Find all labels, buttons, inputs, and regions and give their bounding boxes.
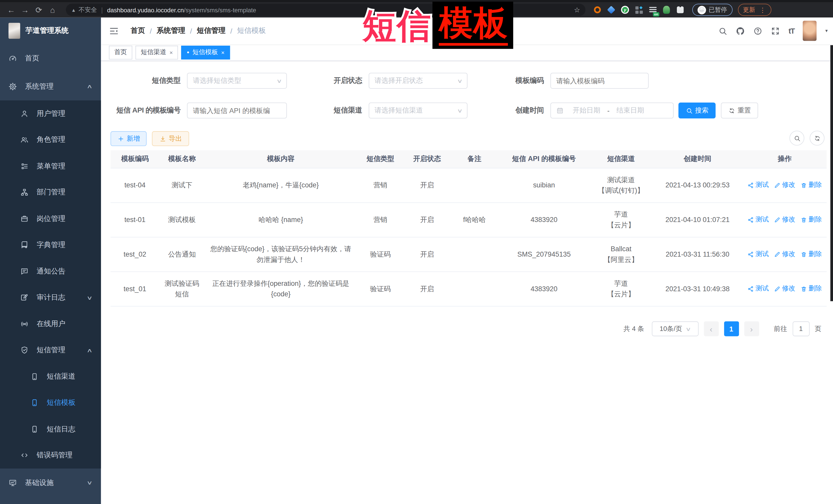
- extension-icon-adblock[interactable]: [593, 5, 602, 14]
- sidebar-item-roles[interactable]: 角色管理: [0, 127, 101, 153]
- date-end-placeholder[interactable]: 结束日期: [612, 105, 649, 115]
- sidebar-item-infrastructure[interactable]: 基础设施 ∨: [0, 469, 101, 497]
- breadcrumb-system[interactable]: 系统管理: [157, 26, 185, 35]
- cell-remark: f哈哈哈: [450, 215, 498, 225]
- delete-link[interactable]: 删除: [801, 180, 822, 190]
- tab-sms-template[interactable]: ● 短信模板 ×: [181, 45, 230, 59]
- extension-icon-switch[interactable]: on: [648, 5, 657, 14]
- delete-link[interactable]: 删除: [801, 284, 822, 294]
- app-logo[interactable]: 芋道管理系统: [0, 18, 101, 44]
- test-link[interactable]: 测试: [747, 249, 769, 259]
- extension-icon-yuque[interactable]: y: [620, 5, 629, 14]
- extension-icon-grid[interactable]: [634, 5, 643, 14]
- security-label[interactable]: 不安全: [79, 6, 97, 14]
- cell-channel: 芋道【云片】: [590, 209, 652, 231]
- test-link[interactable]: 测试: [747, 284, 769, 294]
- sidebar-item-announcements[interactable]: 通知公告: [0, 258, 101, 285]
- delete-link[interactable]: 删除: [801, 215, 822, 225]
- browser-update-button[interactable]: 更新 ⋮: [738, 4, 771, 16]
- filter-create-time: 创建时间 开始日期 - 结束日期: [471, 102, 674, 118]
- browser-menu-kebab-icon[interactable]: ⋮: [759, 6, 766, 14]
- select-placeholder: 请选择短信类型: [193, 76, 274, 86]
- font-size-icon[interactable]: tT: [789, 27, 794, 35]
- users-icon: [20, 136, 29, 144]
- user-avatar[interactable]: [803, 21, 817, 41]
- sidebar-item-label: 错误码管理: [37, 451, 73, 460]
- bookmark-star-icon[interactable]: ☆: [574, 6, 580, 14]
- browser-reload-button[interactable]: ⟳: [32, 3, 46, 17]
- sidebar-item-system[interactable]: 系统管理 ∧: [0, 72, 101, 100]
- add-button[interactable]: 新增: [111, 131, 147, 146]
- tab-sms-channel[interactable]: 短信渠道 ×: [135, 45, 178, 59]
- sidebar-menu: 首页 系统管理 ∧ 用户管理 角色管理 菜单管理: [0, 44, 101, 497]
- sidebar-item-users[interactable]: 用户管理: [0, 100, 101, 127]
- fullscreen-icon[interactable]: [771, 26, 780, 35]
- address-bar[interactable]: ▲ 不安全 | dashboard.yudao.iocoder.cn/syste…: [66, 4, 586, 16]
- edit-link[interactable]: 修改: [774, 180, 795, 190]
- sidebar-item-home[interactable]: 首页: [0, 44, 101, 72]
- sms-channel-select[interactable]: 请选择短信渠道 ∨: [369, 102, 468, 118]
- sidebar-item-audit-logs[interactable]: 审计日志 ∨: [0, 285, 101, 311]
- reload-icon: ⟳: [35, 5, 42, 15]
- template-code-input[interactable]: [550, 73, 649, 89]
- page-number-1[interactable]: 1: [724, 321, 739, 336]
- close-icon[interactable]: ×: [169, 49, 173, 56]
- table-refresh-button[interactable]: [810, 131, 825, 146]
- close-icon[interactable]: ×: [221, 49, 224, 56]
- sidebar-item-menus[interactable]: 菜单管理: [0, 153, 101, 179]
- sidebar-item-departments[interactable]: 部门管理: [0, 179, 101, 206]
- search-button[interactable]: 搜索: [679, 102, 716, 118]
- extension-icon-puzzle[interactable]: [676, 5, 685, 14]
- edit-link[interactable]: 修改: [774, 249, 795, 259]
- sidebar-item-sms-template[interactable]: 短信模板: [0, 390, 101, 416]
- next-page-button[interactable]: ›: [744, 321, 759, 336]
- sidebar-item-positions[interactable]: 岗位管理: [0, 206, 101, 232]
- test-link[interactable]: 测试: [747, 215, 769, 225]
- edit-link[interactable]: 修改: [774, 215, 795, 225]
- date-start-placeholder[interactable]: 开始日期: [568, 105, 605, 115]
- sms-type-select[interactable]: 请选择短信类型 ∨: [187, 73, 287, 89]
- extension-icon-gem[interactable]: [606, 5, 616, 14]
- date-range-picker[interactable]: 开始日期 - 结束日期: [550, 102, 674, 118]
- avatar-dropdown-icon[interactable]: ▾: [825, 28, 828, 33]
- cell-api-template-id: SMS_207945135: [498, 249, 590, 260]
- reset-button[interactable]: 重置: [721, 102, 758, 118]
- search-icon: [686, 107, 692, 114]
- sidebar-item-sms-log[interactable]: 短信日志: [0, 416, 101, 442]
- chevron-down-icon: ∨: [457, 108, 463, 114]
- mobile-phone-icon: [30, 372, 39, 381]
- delete-link[interactable]: 删除: [801, 249, 822, 259]
- sidebar-item-dictionary[interactable]: 字典管理: [0, 232, 101, 258]
- github-icon[interactable]: [736, 26, 745, 35]
- search-icon[interactable]: [718, 26, 728, 35]
- status-select[interactable]: 请选择开启状态 ∨: [369, 73, 468, 89]
- tab-label: 短信渠道: [141, 48, 166, 57]
- tab-home[interactable]: 首页: [109, 45, 132, 59]
- sidebar-item-sms-management[interactable]: 短信管理 ∧: [0, 337, 101, 363]
- goto-page-input[interactable]: [792, 321, 809, 336]
- cell-template-code: test_02: [111, 249, 160, 260]
- sidebar-toggle-button[interactable]: [109, 26, 119, 39]
- browser-home-button[interactable]: ⌂: [46, 3, 60, 17]
- api-template-id-input[interactable]: [187, 102, 287, 118]
- sidebar-item-online-users[interactable]: 在线用户: [0, 311, 101, 337]
- browser-back-button[interactable]: ←: [4, 3, 18, 17]
- breadcrumb-sms[interactable]: 短信管理: [197, 26, 225, 35]
- prev-page-button[interactable]: ‹: [704, 321, 718, 336]
- sidebar-item-sms-channel[interactable]: 短信渠道: [0, 363, 101, 390]
- table-search-toggle-button[interactable]: [789, 131, 804, 146]
- sidebar-item-error-codes[interactable]: 错误码管理: [0, 442, 101, 469]
- page-size-select[interactable]: 10条/页 ∨: [651, 321, 698, 336]
- calendar-icon: [556, 106, 564, 114]
- profile-paused-badge[interactable]: 😀 已暂停: [692, 4, 732, 16]
- export-button[interactable]: 导出: [152, 131, 189, 146]
- breadcrumb-home[interactable]: 首页: [131, 26, 145, 35]
- refresh-icon: [728, 107, 735, 114]
- browser-forward-button[interactable]: →: [18, 3, 32, 17]
- edit-link[interactable]: 修改: [774, 284, 795, 294]
- test-link[interactable]: 测试: [747, 180, 769, 190]
- filter-label: 短信类型: [108, 76, 187, 86]
- help-icon[interactable]: [754, 26, 762, 35]
- extension-icon-agent[interactable]: [662, 5, 671, 14]
- scrollbar-thumb[interactable]: [830, 45, 833, 301]
